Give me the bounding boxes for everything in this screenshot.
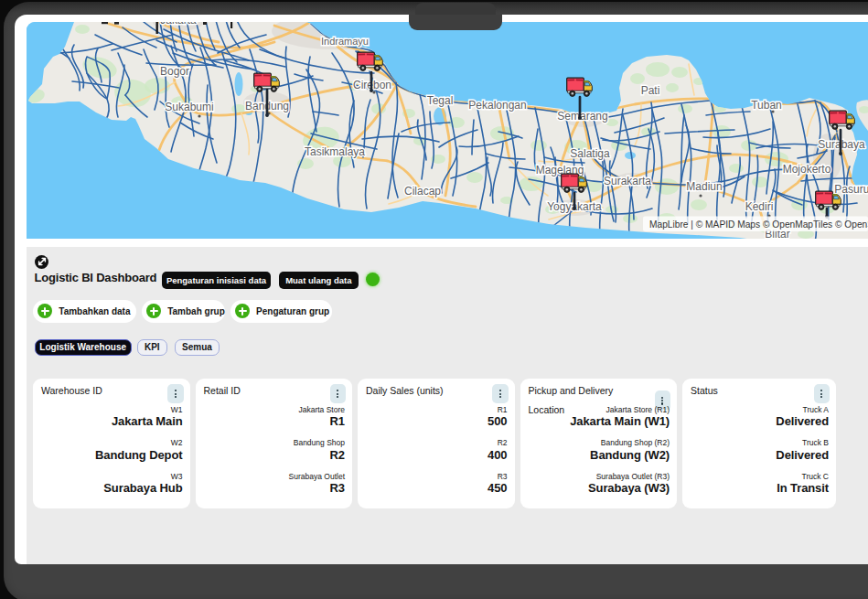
svg-text:Salatiga: Salatiga [570,147,610,160]
svg-text:Cilacap: Cilacap [404,185,441,198]
svg-text:Semarang: Semarang [557,110,607,123]
svg-text:Jakarta: Jakarta [160,22,197,27]
svg-text:MapLibre | © MAPID Maps © Open: MapLibre | © MAPID Maps © OpenMapTiles ©… [649,219,868,230]
svg-text:Tasikmalaya: Tasikmalaya [305,145,365,158]
svg-text:Pekalongan: Pekalongan [468,99,526,112]
svg-text:Indramayu: Indramayu [321,36,369,47]
svg-text:Bogor: Bogor [160,65,189,78]
svg-text:Pasuruan: Pasuruan [834,183,868,196]
svg-text:Sukabumi: Sukabumi [165,101,213,113]
svg-text:Kediri: Kediri [745,200,774,213]
svg-text:Madiun: Madiun [686,180,722,193]
svg-text:Tegal: Tegal [427,94,454,107]
svg-text:Mojokerto: Mojokerto [783,163,831,176]
svg-text:Tuban: Tuban [751,99,782,112]
svg-text:Pati: Pati [641,84,660,97]
svg-text:Surakarta: Surakarta [604,175,651,187]
